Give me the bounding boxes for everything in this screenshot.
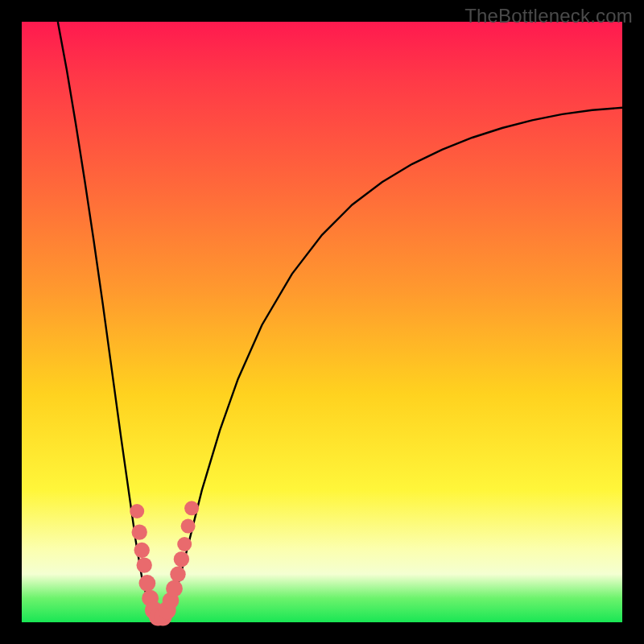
data-dot [174,551,189,567]
watermark-text: TheBottleneck.com [464,5,633,27]
data-dot [134,543,150,558]
data-dot [170,567,185,582]
chart-frame: TheBottleneck.com [0,0,644,644]
data-dot [132,524,147,539]
data-dot [181,519,196,534]
data-dot [139,575,156,592]
data-dot [130,504,144,518]
data-dot [177,537,192,551]
plot-area [22,22,622,622]
data-dots [130,501,199,625]
chart-svg [22,22,622,622]
data-dot [184,501,199,515]
data-dot [166,580,183,597]
data-dot [137,557,152,572]
